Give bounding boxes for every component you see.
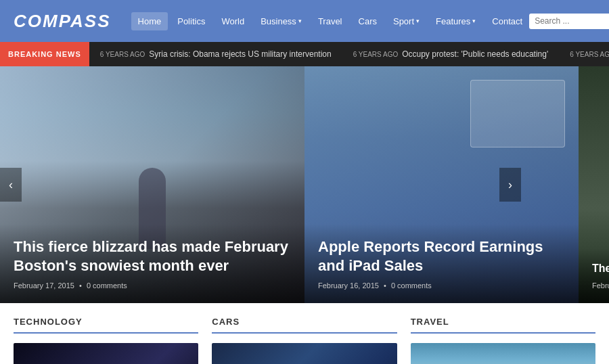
section-cars: CARS	[212, 317, 397, 364]
ticker-text-1: Syria crisis: Obama rejects US military …	[149, 49, 331, 59]
nav-travel[interactable]: Travel	[311, 12, 349, 30]
slide-2-content: Apple Reports Record Earnings and iPad S…	[304, 224, 579, 303]
nav-contact[interactable]: Contact	[485, 12, 529, 30]
slide-2-title: Apple Reports Record Earnings and iPad S…	[318, 237, 565, 276]
nav-sport[interactable]: Sport ▾	[386, 12, 426, 30]
section-travel-image[interactable]	[411, 343, 595, 364]
nav-world[interactable]: World	[215, 12, 251, 30]
slide-2-meta: February 16, 2015 • 0 comments	[318, 281, 565, 290]
slide-1: This fierce blizzard has made February B…	[0, 66, 304, 303]
tech-image-graphic	[14, 343, 198, 364]
slide-3-title: The lux...	[592, 262, 609, 276]
section-technology: TECHNOLOGY	[14, 317, 198, 364]
slide-1-meta: February 17, 2015 • 0 comments	[14, 281, 291, 290]
plane-interior-graphic	[470, 80, 565, 147]
chevron-down-icon: ▾	[416, 18, 420, 24]
hero-slider: ‹ This fierce blizzard has made February…	[0, 66, 609, 303]
slide-2: Apple Reports Record Earnings and iPad S…	[304, 66, 579, 303]
logo: COMPASS	[14, 11, 111, 32]
section-travel: TRAVEL	[411, 317, 595, 364]
header: COMPASS Home Politics World Business ▾ T…	[0, 0, 609, 42]
nav-home[interactable]: Home	[131, 12, 168, 30]
news-ticker: 6 YEARS AGO Syria crisis: Obama rejects …	[89, 49, 609, 59]
section-technology-title: TECHNOLOGY	[14, 317, 198, 334]
chevron-down-icon: ▾	[472, 18, 476, 24]
slide-1-title: This fierce blizzard has made February B…	[14, 237, 291, 276]
slide-1-content: This fierce blizzard has made February B…	[0, 224, 304, 303]
ticker-age-2: 6 YEARS AGO	[353, 51, 399, 58]
breaking-news-label: BREAKING NEWS	[0, 42, 89, 66]
ticker-age-3: 6 YEARS AGO	[570, 51, 609, 58]
nav-politics[interactable]: Politics	[171, 12, 212, 30]
nav-cars[interactable]: Cars	[352, 12, 384, 30]
slide-2-comments: 0 comments	[391, 281, 432, 290]
section-travel-title: TRAVEL	[411, 317, 595, 334]
slide-3-content: The lux... Februa...	[579, 248, 609, 303]
nav-business[interactable]: Business ▾	[254, 12, 309, 30]
slide-3: The lux... Februa...	[579, 66, 609, 303]
sections-row: TECHNOLOGY CARS TRAVEL	[0, 303, 609, 364]
slide-3-date: Februa...	[592, 281, 609, 290]
nav-features[interactable]: Features ▾	[429, 12, 482, 30]
breaking-news-bar: BREAKING NEWS 6 YEARS AGO Syria crisis: …	[0, 42, 609, 66]
search-input[interactable]	[535, 16, 609, 26]
slide-1-date: February 17, 2015	[14, 281, 74, 290]
slide-1-comments: 0 comments	[87, 281, 127, 290]
cars-image-graphic	[212, 343, 397, 364]
ticker-item-1: 6 YEARS AGO Syria crisis: Obama rejects …	[89, 49, 342, 59]
slide-3-meta: Februa...	[592, 281, 609, 290]
ticker-item-3: 6 YEARS AGO	[559, 51, 609, 58]
slider-next-button[interactable]: ›	[499, 168, 521, 202]
section-cars-title: CARS	[212, 317, 397, 334]
main-nav: Home Politics World Business ▾ Travel Ca…	[131, 12, 530, 30]
ticker-text-2: Occupy protest: 'Public needs educating'	[402, 49, 548, 59]
search-box: 🔍	[529, 14, 609, 29]
slide-2-date: February 16, 2015	[318, 281, 379, 290]
slider-prev-button[interactable]: ‹	[0, 168, 22, 202]
ticker-age-1: 6 YEARS AGO	[100, 51, 145, 58]
travel-image-graphic	[411, 343, 595, 364]
section-cars-image[interactable]	[212, 343, 397, 364]
section-technology-image[interactable]	[14, 343, 198, 364]
chevron-down-icon: ▾	[298, 18, 302, 24]
ticker-item-2: 6 YEARS AGO Occupy protest: 'Public need…	[342, 49, 560, 59]
